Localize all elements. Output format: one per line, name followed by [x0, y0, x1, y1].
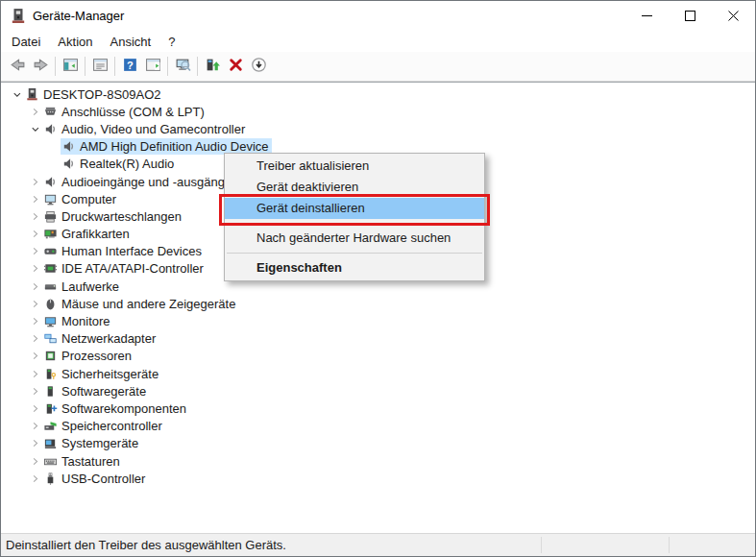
chevron-collapsed-icon[interactable] [27, 383, 42, 399]
tree-node[interactable]: Realtek(R) Audio [61, 156, 177, 172]
close-button[interactable] [712, 1, 755, 31]
tree-node[interactable]: Audioeingänge und -ausgänge [42, 174, 234, 190]
tree-item-label: Softwarekomponenten [61, 401, 186, 416]
chevron-collapsed-icon[interactable] [27, 208, 42, 224]
tree-node[interactable]: Speichercontroller [42, 418, 165, 434]
tree-item[interactable]: Prozessoren [1, 348, 755, 365]
context-menu-item[interactable]: Eigenschaften [225, 257, 484, 278]
tree-node[interactable]: Human Interface Devices [42, 243, 205, 259]
tree-node[interactable]: DESKTOP-8S09AO2 [24, 86, 164, 103]
tree-node[interactable]: Druckwarteschlangen [42, 208, 184, 225]
maximize-button[interactable] [669, 1, 712, 31]
menu-hilfe[interactable]: ? [159, 33, 183, 51]
tree-item[interactable]: Softwaregeräte [1, 382, 755, 400]
console-tree-button[interactable] [59, 55, 82, 78]
tree-node[interactable]: Anschlüsse (COM & LPT) [42, 104, 207, 120]
disable-device-button[interactable] [247, 55, 270, 78]
device-tree: DESKTOP-8S09AO2Anschlüsse (COM & LPT)Aud… [1, 82, 755, 532]
tree-item[interactable]: Anschlüsse (COM & LPT) [1, 103, 755, 120]
tree-node[interactable]: Netzwerkadapter [42, 330, 159, 347]
toolbar: ? [1, 52, 755, 82]
tree-item[interactable]: Monitore [1, 312, 755, 329]
chevron-collapsed-icon[interactable] [27, 400, 42, 416]
tree-node[interactable]: IDE ATA/ATAPI-Controller [42, 260, 207, 277]
software-device-icon [43, 384, 58, 399]
tree-node[interactable]: USB-Controller [42, 471, 148, 487]
tree-item-label: Prozessoren [61, 349, 132, 363]
tree-node[interactable]: Systemgeräte [42, 435, 141, 451]
menu-aktion[interactable]: Aktion [49, 33, 101, 51]
tree-node[interactable]: Softwaregeräte [42, 383, 149, 400]
tree-item[interactable]: USB-Controller [1, 470, 755, 487]
chevron-collapsed-icon[interactable] [27, 278, 42, 294]
tree-node[interactable]: Monitore [42, 313, 113, 329]
tree-node[interactable]: Mäuse und andere Zeigegeräte [42, 296, 238, 312]
tree-node[interactable]: Audio, Video und Gamecontroller [42, 121, 248, 137]
tree-item[interactable]: Sicherheitsgeräte [1, 365, 755, 382]
chevron-collapsed-icon[interactable] [27, 436, 42, 451]
tree-node[interactable]: Grafikkarten [42, 226, 133, 242]
menu-ansicht[interactable]: Ansicht [102, 33, 160, 51]
tree-item[interactable]: Systemgeräte [1, 435, 755, 452]
tree-item[interactable]: Audio, Video und Gamecontroller [1, 120, 755, 137]
tree-item[interactable]: Speichercontroller [1, 418, 755, 435]
chevron-expanded-icon[interactable] [9, 86, 24, 102]
context-menu-item[interactable]: Treiber aktualisieren [225, 156, 484, 177]
tree-node[interactable]: Sicherheitsgeräte [42, 366, 161, 382]
computer-monitor-icon [43, 192, 58, 206]
chevron-collapsed-icon[interactable] [27, 331, 42, 347]
close-icon [728, 8, 739, 25]
usb-icon [43, 472, 58, 486]
context-menu-item[interactable]: Gerät deinstallieren [225, 198, 484, 219]
tree-node[interactable]: Computer [42, 191, 119, 207]
chevron-collapsed-icon[interactable] [27, 366, 42, 381]
forward-button[interactable] [29, 55, 52, 78]
chevron-collapsed-icon[interactable] [27, 419, 42, 434]
chevron-collapsed-icon[interactable] [27, 174, 42, 189]
help-button[interactable]: ? [118, 55, 141, 78]
context-menu-item[interactable]: Nach geänderter Hardware suchen [225, 228, 484, 249]
toolbar-separator [85, 57, 85, 76]
chevron-collapsed-icon[interactable] [27, 349, 42, 364]
tree-item-label: IDE ATA/ATAPI-Controller [61, 261, 204, 276]
tree-item[interactable]: Mäuse und andere Zeigegeräte [1, 295, 755, 312]
help-icon: ? [122, 57, 138, 77]
chevron-collapsed-icon[interactable] [27, 471, 42, 486]
tree-node[interactable]: Softwarekomponenten [42, 400, 189, 417]
chevron-collapsed-icon[interactable] [27, 296, 42, 311]
tree-item-label: Grafikkarten [61, 227, 130, 241]
speaker-icon [43, 175, 58, 189]
chevron-collapsed-icon[interactable] [27, 104, 42, 119]
network-adapter-icon [43, 331, 58, 346]
chevron-collapsed-icon[interactable] [27, 244, 42, 259]
tree-item-label: Monitore [61, 314, 110, 328]
tree-node[interactable]: Tastaturen [42, 453, 123, 470]
action-pane-button[interactable] [141, 55, 164, 78]
tree-item[interactable]: Tastaturen [1, 452, 755, 470]
tree-node[interactable]: Laufwerke [42, 278, 122, 295]
tree-item[interactable]: Softwarekomponenten [1, 400, 755, 417]
properties-button[interactable] [88, 55, 111, 78]
update-driver-button[interactable] [201, 55, 224, 78]
tree-item-label: Realtek(R) Audio [80, 157, 174, 171]
chevron-expanded-icon[interactable] [27, 121, 42, 136]
chevron-collapsed-icon[interactable] [27, 227, 42, 242]
system-device-icon [43, 436, 58, 450]
tree-item[interactable]: DESKTOP-8S09AO2 [1, 85, 755, 103]
back-button[interactable] [6, 55, 29, 78]
title-bar: Geräte-Manager [1, 1, 755, 31]
chevron-collapsed-icon[interactable] [27, 261, 42, 277]
back-icon [10, 57, 26, 77]
scan-hardware-button[interactable] [171, 55, 194, 78]
context-menu-item[interactable]: Gerät deaktivieren [225, 177, 484, 198]
tree-node[interactable]: Prozessoren [42, 348, 134, 364]
menu-datei[interactable]: Datei [3, 33, 49, 51]
chevron-collapsed-icon[interactable] [27, 314, 42, 329]
chevron-collapsed-icon[interactable] [27, 191, 42, 206]
minimize-button[interactable] [625, 1, 669, 31]
uninstall-device-button[interactable] [224, 55, 247, 78]
tree-item[interactable]: Netzwerkadapter [1, 330, 755, 348]
chevron-collapsed-icon[interactable] [27, 453, 42, 469]
hid-icon [43, 244, 58, 258]
context-menu-separator [227, 253, 482, 254]
